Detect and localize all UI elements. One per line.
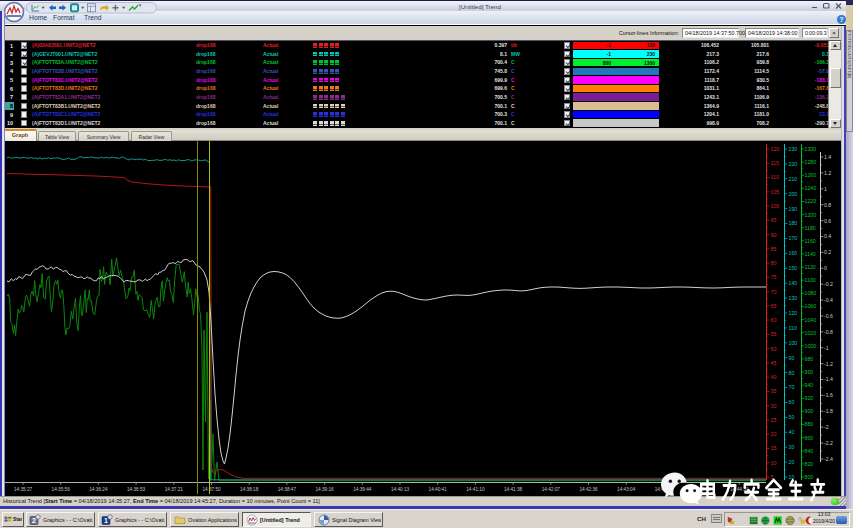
svg-text:15: 15 [771,445,777,451]
svg-text:14:42:07: 14:42:07 [542,487,561,492]
svg-text:160: 160 [789,250,798,256]
svg-text:14:41:38: 14:41:38 [504,487,523,492]
svg-text:-0.2: -0.2 [824,281,833,287]
svg-text:14:35:56: 14:35:56 [52,487,71,492]
svg-text:2: 2 [32,517,36,524]
svg-text:14:42:36: 14:42:36 [579,487,598,492]
svg-text:1060: 1060 [805,303,817,309]
svg-text:980: 980 [805,356,814,362]
svg-text:14:38:47: 14:38:47 [278,487,297,492]
svg-text:1020: 1020 [805,330,817,336]
svg-text:45: 45 [771,360,777,366]
svg-text:1160: 1160 [805,238,816,244]
svg-text:-2: -2 [824,424,829,430]
svg-text:940: 940 [805,382,814,388]
svg-text:180: 180 [789,220,798,226]
svg-text:-0.6: -0.6 [824,313,833,319]
svg-text:25: 25 [771,417,777,423]
svg-text:820: 820 [805,461,814,467]
svg-text:1260: 1260 [805,172,817,178]
svg-text:20: 20 [789,459,795,465]
svg-text:1240: 1240 [805,185,817,191]
svg-text:14:41:10: 14:41:10 [466,487,485,492]
svg-text:14:38:18: 14:38:18 [240,487,259,492]
svg-text:-2.2: -2.2 [824,440,833,446]
svg-text:1000: 1000 [805,343,817,349]
svg-text:1200: 1200 [805,212,817,218]
svg-text:75: 75 [771,274,777,280]
svg-text:14:36:53: 14:36:53 [127,487,146,492]
svg-text:80: 80 [771,260,777,266]
svg-text:65: 65 [771,303,777,309]
svg-text:14:37:21: 14:37:21 [165,487,184,492]
svg-text:0.8: 0.8 [824,202,831,208]
svg-text:1140: 1140 [805,251,816,257]
svg-text:1: 1 [104,517,108,524]
svg-text:1300: 1300 [805,146,817,152]
svg-text:860: 860 [805,435,814,441]
svg-text:14:35:27: 14:35:27 [14,487,33,492]
svg-text:70: 70 [789,384,795,390]
svg-text:0.4: 0.4 [824,233,831,239]
svg-text:60: 60 [771,317,777,323]
svg-text:880: 880 [805,421,814,427]
svg-text:-1.8: -1.8 [824,408,833,414]
svg-text:-0.8: -0.8 [824,329,833,335]
svg-text:-1.2: -1.2 [824,361,833,367]
svg-text:840: 840 [805,448,814,454]
svg-text:1080: 1080 [805,290,817,296]
svg-text:130: 130 [789,295,798,301]
svg-text:90: 90 [789,355,795,361]
svg-text:170: 170 [789,235,798,241]
svg-text:100: 100 [789,340,798,346]
svg-text:220: 220 [789,161,798,167]
svg-text:1180: 1180 [805,225,816,231]
svg-text:120: 120 [771,146,780,152]
svg-text:-1.4: -1.4 [824,376,833,382]
svg-text:210: 210 [789,176,798,182]
svg-text:0.2: 0.2 [824,249,831,255]
svg-text:90: 90 [771,232,777,238]
svg-text:110: 110 [789,325,797,331]
svg-text:100: 100 [771,203,780,209]
svg-text:40: 40 [771,374,777,380]
svg-text:1: 1 [824,186,827,192]
svg-text:1.2: 1.2 [824,170,831,176]
svg-text:14:39:16: 14:39:16 [315,487,334,492]
svg-text:-0.4: -0.4 [824,297,833,303]
svg-text:30: 30 [771,403,777,409]
svg-text:230: 230 [789,146,798,152]
svg-text:80: 80 [789,370,795,376]
svg-text:0: 0 [824,265,827,271]
svg-text:105: 105 [771,189,780,195]
svg-text:14:37:50: 14:37:50 [202,487,221,492]
svg-text:-2.4: -2.4 [824,456,833,462]
svg-text:85: 85 [771,246,777,252]
svg-text:190: 190 [789,206,798,212]
svg-text:1280: 1280 [805,159,817,165]
svg-text:60: 60 [789,399,795,405]
svg-text:50: 50 [771,346,777,352]
svg-text:70: 70 [771,289,777,295]
svg-text:-1.6: -1.6 [824,392,833,398]
svg-text:0.6: 0.6 [824,218,831,224]
svg-text:20: 20 [771,431,777,437]
svg-text:14:36:24: 14:36:24 [89,487,108,492]
svg-text:10: 10 [771,460,777,466]
svg-text:920: 920 [805,395,814,401]
svg-text:30: 30 [789,444,795,450]
svg-text:120: 120 [789,310,798,316]
svg-text:-1: -1 [824,345,829,351]
svg-text:140: 140 [789,280,798,286]
svg-text:900: 900 [805,408,814,414]
svg-text:35: 35 [771,388,777,394]
svg-text:110: 110 [771,174,779,180]
svg-text:1120: 1120 [805,264,816,270]
svg-text:150: 150 [789,265,798,271]
svg-text:960: 960 [805,369,814,375]
svg-text:50: 50 [789,414,795,420]
svg-text:14:40:13: 14:40:13 [391,487,410,492]
svg-text:40: 40 [789,429,795,435]
svg-text:55: 55 [771,331,777,337]
svg-text:1100: 1100 [805,277,816,283]
